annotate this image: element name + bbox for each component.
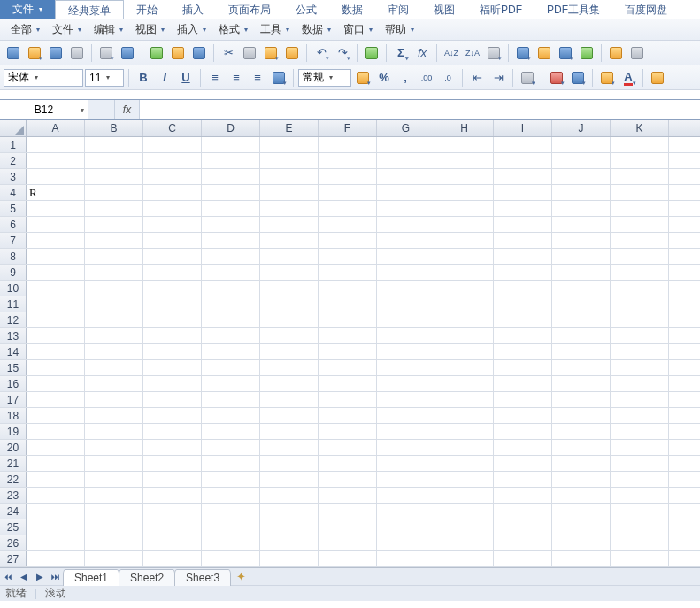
- autosum-icon[interactable]: Σ: [391, 43, 411, 63]
- cell-H9[interactable]: [435, 265, 494, 280]
- cell-G1[interactable]: [377, 137, 435, 152]
- cell-B14[interactable]: [85, 344, 143, 359]
- cell-A2[interactable]: [27, 153, 85, 168]
- copy-icon[interactable]: [240, 43, 259, 63]
- cell-K24[interactable]: [611, 504, 669, 519]
- font-size-select[interactable]: 11▾: [85, 69, 124, 87]
- cell-G15[interactable]: [377, 360, 435, 375]
- cell-I10[interactable]: [494, 281, 552, 296]
- row-header-5[interactable]: 5: [0, 201, 27, 216]
- cell-B15[interactable]: [85, 360, 143, 375]
- cell-C15[interactable]: [143, 360, 202, 375]
- cell-E5[interactable]: [260, 201, 319, 216]
- cell-A12[interactable]: [27, 312, 85, 327]
- cell-I12[interactable]: [494, 312, 552, 327]
- protect-icon[interactable]: [627, 43, 647, 63]
- cell-J23[interactable]: [552, 488, 611, 503]
- sort-asc-icon[interactable]: A↓Z: [442, 43, 461, 63]
- cell-E8[interactable]: [260, 249, 319, 264]
- cell-I2[interactable]: [494, 153, 552, 168]
- row-header-24[interactable]: 24: [0, 504, 27, 519]
- cell-H16[interactable]: [435, 376, 494, 391]
- print-icon[interactable]: [96, 43, 116, 63]
- cell-B24[interactable]: [85, 504, 143, 519]
- sheet-nav-last-icon[interactable]: ⏭: [48, 569, 64, 585]
- ribbon-tab-3[interactable]: 页面布局: [216, 0, 283, 19]
- cell-C16[interactable]: [143, 376, 202, 391]
- cell-C14[interactable]: [143, 344, 202, 359]
- cell-B5[interactable]: [85, 201, 143, 216]
- cell-G13[interactable]: [377, 328, 435, 343]
- cell-J13[interactable]: [552, 328, 611, 343]
- cell-E13[interactable]: [260, 328, 319, 343]
- cell-H24[interactable]: [435, 504, 494, 519]
- cell-F25[interactable]: [319, 519, 377, 535]
- cell-F14[interactable]: [319, 344, 377, 359]
- row-header-10[interactable]: 10: [0, 281, 27, 296]
- cell-G24[interactable]: [377, 504, 435, 519]
- cell-F16[interactable]: [319, 376, 377, 391]
- cell-F12[interactable]: [319, 312, 377, 327]
- row-header-20[interactable]: 20: [0, 440, 27, 455]
- cell-I27[interactable]: [494, 551, 552, 566]
- cell-G9[interactable]: [377, 265, 435, 280]
- bold-button[interactable]: B: [134, 68, 153, 88]
- ribbon-tab-8[interactable]: 福昕PDF: [467, 0, 535, 19]
- cell-C9[interactable]: [143, 265, 202, 280]
- cell-K25[interactable]: [611, 519, 669, 535]
- cell-J26[interactable]: [552, 535, 611, 550]
- cell-I5[interactable]: [494, 201, 552, 216]
- col-header-D[interactable]: D: [202, 120, 260, 136]
- cell-D10[interactable]: [202, 281, 260, 296]
- cell-J5[interactable]: [552, 201, 611, 216]
- cell-I18[interactable]: [494, 408, 552, 423]
- cell-F19[interactable]: [319, 424, 377, 439]
- sheet-tab-Sheet3[interactable]: Sheet3: [174, 569, 231, 586]
- cell-A23[interactable]: [27, 488, 85, 503]
- ribbon-tab-5[interactable]: 数据: [329, 0, 375, 19]
- new-icon[interactable]: [4, 43, 23, 63]
- cell-J27[interactable]: [552, 551, 611, 566]
- cell-A10[interactable]: [27, 281, 85, 296]
- cell-K2[interactable]: [611, 153, 669, 168]
- row-header-3[interactable]: 3: [0, 169, 27, 184]
- row-header-25[interactable]: 25: [0, 519, 27, 535]
- cell-J16[interactable]: [552, 376, 611, 391]
- cut-icon[interactable]: ✂: [219, 43, 238, 63]
- currency-icon[interactable]: [353, 68, 373, 88]
- cell-E2[interactable]: [260, 153, 319, 168]
- cell-B23[interactable]: [85, 488, 143, 503]
- cell-J9[interactable]: [552, 265, 611, 280]
- cell-B3[interactable]: [85, 169, 143, 184]
- cell-D23[interactable]: [202, 488, 260, 503]
- ribbon-tab-10[interactable]: 百度网盘: [612, 0, 680, 19]
- cell-J12[interactable]: [552, 312, 611, 327]
- cell-H2[interactable]: [435, 153, 494, 168]
- cell-E17[interactable]: [260, 392, 319, 407]
- cell-J17[interactable]: [552, 392, 611, 407]
- cell-D11[interactable]: [202, 296, 260, 312]
- cell-D26[interactable]: [202, 535, 260, 550]
- menu-5[interactable]: 格式▾: [213, 20, 253, 39]
- cell-B18[interactable]: [85, 408, 143, 423]
- cell-F6[interactable]: [319, 217, 377, 232]
- cell-B12[interactable]: [85, 312, 143, 327]
- undo-icon[interactable]: ↶: [312, 43, 331, 63]
- cell-K6[interactable]: [611, 217, 669, 232]
- row-header-11[interactable]: 11: [0, 296, 27, 312]
- cell-I16[interactable]: [494, 376, 552, 391]
- cell-F15[interactable]: [319, 360, 377, 375]
- cell-A14[interactable]: [27, 344, 85, 359]
- row-header-12[interactable]: 12: [0, 312, 27, 327]
- cell-H11[interactable]: [435, 296, 494, 312]
- ribbon-tab-0[interactable]: 经典菜单: [55, 0, 124, 19]
- cell-C11[interactable]: [143, 296, 202, 312]
- cell-K27[interactable]: [611, 551, 669, 566]
- cell-J3[interactable]: [552, 169, 611, 184]
- col-header-H[interactable]: H: [435, 120, 494, 136]
- cell-D1[interactable]: [202, 137, 260, 152]
- settings-icon[interactable]: [648, 68, 667, 88]
- cell-K16[interactable]: [611, 376, 669, 391]
- comma-icon[interactable]: ,: [396, 68, 415, 88]
- cell-G21[interactable]: [377, 456, 435, 471]
